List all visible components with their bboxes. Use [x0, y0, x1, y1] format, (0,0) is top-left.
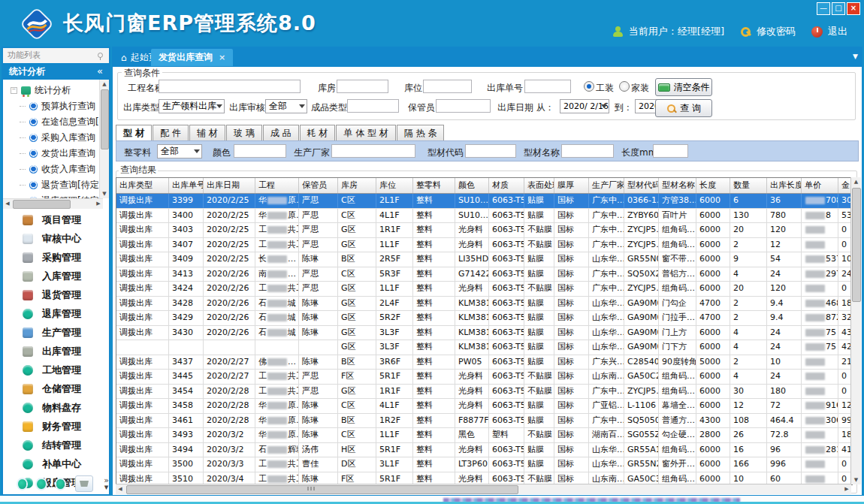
sidebar-item-工地管理[interactable]: 工地管理 [3, 361, 109, 379]
table-row[interactable]: 调拨出库34932020/3/2华原…陈琳C区1L1F整料黑色塑料不贴膜国标湖南… [116, 428, 852, 443]
column-header[interactable]: 生产厂家 [589, 178, 624, 193]
tree-item[interactable]: 退货查询[待定] [3, 177, 109, 193]
table-row[interactable]: 调拨出库34372020/2/27佛…陈琳B区3R6F整料PW056063-T5… [116, 355, 852, 370]
collapse-icon[interactable]: « [97, 63, 103, 80]
column-header[interactable]: 工程 [255, 178, 299, 193]
clear-conditions-button[interactable]: 清空条件 [655, 78, 712, 96]
column-header[interactable]: 颜色 [455, 178, 489, 193]
table-row[interactable]: 调拨出库34452020/2/27工共工程严思F区5R1F整料光身料6063-T… [116, 370, 852, 385]
tab-list-dropdown-icon[interactable]: ▼ [853, 53, 858, 60]
profile-code-input[interactable] [465, 144, 516, 158]
column-header[interactable]: 材质 [489, 178, 524, 193]
stat-section-header[interactable]: 统计分析 « [3, 63, 109, 80]
material-tab-4[interactable]: 玻 璃 [226, 125, 262, 140]
column-header[interactable]: 出库单号 [169, 178, 204, 193]
sidebar-item-入库管理[interactable]: 入库管理 [3, 267, 109, 285]
table-row[interactable]: 调拨出库35002020/3/3工共工程曹佳D区3L1F整料LT3P606063… [116, 457, 852, 472]
column-header[interactable]: 数量 [730, 178, 767, 193]
sidebar-item-补单中心[interactable]: 补单中心 [3, 454, 109, 473]
whole-piece-select[interactable]: 全部 [157, 144, 202, 158]
tree-expander-icon[interactable]: − [11, 87, 17, 94]
table-row[interactable]: 调拨出库34282020/2/26石城陈琳G区2L4F整料KLM38176063… [116, 297, 852, 312]
table-row[interactable]: G区3L3F整料KLM38176063-T5贴膜国标山东华…GA90M09…门下… [116, 340, 852, 355]
change-password-link[interactable]: 修改密码 [757, 25, 796, 38]
table-row[interactable]: 调拨出库34242020/2/26工共工程严思G区1L1F整料光身料6063-T… [116, 282, 852, 297]
sidebar-item-审核中心[interactable]: 审核中心 [3, 229, 109, 248]
tree-horizontal-scrollbar[interactable]: ◀ ▶ [3, 198, 103, 209]
table-row[interactable]: 调拨出库34612020/2/28华原…陈琳B区1R2F整料F8877FT606… [116, 414, 852, 429]
product-type-input[interactable] [347, 99, 399, 113]
close-button[interactable]: × [847, 2, 860, 15]
out-audit-select[interactable]: 全部 [265, 99, 307, 113]
column-header[interactable]: 单价 [802, 178, 838, 193]
sidebar-item-结转管理[interactable]: 结转管理 [3, 436, 109, 454]
tree-item[interactable]: 发货出库查询 [3, 146, 109, 161]
tree-item[interactable]: 预算执行查询 [3, 98, 109, 114]
profile-name-input[interactable] [561, 144, 614, 158]
scroll-down-icon[interactable]: ▼ [100, 189, 109, 198]
column-header[interactable]: 膜厚 [554, 178, 589, 193]
table-row[interactable]: 调拨出库34002020/2/25华原…严思C区4L1F整料SU10…6063-… [116, 209, 852, 224]
cart-group-button[interactable] [75, 475, 94, 492]
sidebar-item-退货管理[interactable]: 退货管理 [3, 285, 109, 304]
more-groups-button[interactable]: »▾ [104, 477, 109, 490]
table-row[interactable]: 调拨出库34302020/2/26石城陈琳G区3L3F整料KLM38176063… [116, 326, 852, 341]
table-row[interactable]: 调拨出库34132020/2/26南…严思C区5R3F整料G714226063-… [116, 267, 852, 282]
manufacturer-input[interactable] [331, 144, 415, 158]
column-header[interactable]: 库房 [338, 178, 376, 193]
table-row[interactable]: 调拨出库34292020/2/26石城陈琳G区5R2F整料KLM38176063… [116, 311, 852, 326]
out-type-select[interactable]: 生产领料出库 [159, 99, 225, 113]
column-header[interactable]: 出库类型 [116, 178, 169, 193]
scroll-down-icon[interactable]: ▼ [851, 475, 861, 484]
table-row[interactable]: 调拨出库34542020/2/28工共工程严思G区1R1F整料光身料6063-T… [116, 385, 852, 400]
pin-icon[interactable] [98, 53, 103, 58]
group-dot-icon[interactable] [37, 479, 45, 489]
sidebar-item-采购管理[interactable]: 采购管理 [3, 248, 109, 267]
sidebar-item-仓储管理[interactable]: 仓储管理 [3, 379, 109, 398]
material-tab-1[interactable]: 型 材 [116, 125, 152, 141]
search-button[interactable]: 查 询 [655, 99, 712, 117]
order-no-input[interactable] [524, 80, 571, 93]
length-input[interactable] [653, 144, 688, 158]
maximize-button[interactable]: □ [832, 2, 845, 15]
grid-horizontal-scrollbar[interactable]: ◀ ▶ [116, 484, 851, 494]
column-header[interactable]: 长度 [696, 178, 730, 193]
material-tab-2[interactable]: 配 件 [153, 125, 189, 140]
tree-item[interactable]: 收货入库查询 [3, 161, 109, 177]
logout-link[interactable]: 退出 [828, 25, 847, 38]
date-from-select[interactable]: 2020/ 2/16 [560, 99, 609, 113]
sidebar-item-生产管理[interactable]: 生产管理 [3, 323, 109, 342]
scroll-thumb[interactable] [852, 188, 861, 302]
table-row[interactable]: 调拨出库33992020/2/25华原…严思C区2L1F整料SU10…6063-… [116, 194, 852, 209]
scroll-right-icon[interactable]: ▶ [842, 484, 851, 494]
column-header[interactable]: 库位 [376, 178, 413, 193]
tree-item[interactable]: 在途信息查询[待 [3, 114, 109, 130]
scroll-right-icon[interactable]: ▶ [94, 199, 103, 209]
tab-close-icon[interactable]: × [219, 53, 225, 62]
table-row[interactable]: 调拨出库34032020/2/25工共工程严思G区1R1F整料光身料6063-T… [116, 223, 852, 238]
material-tab-3[interactable]: 辅 材 [189, 125, 225, 140]
material-tab-5[interactable]: 成 品 [263, 125, 299, 140]
minimize-button[interactable]: — [817, 2, 830, 15]
sidebar-item-物料盘存[interactable]: 物料盘存 [3, 398, 109, 417]
tree-vertical-scrollbar[interactable]: ▲ ▼ [99, 80, 109, 198]
group-dot-icon[interactable] [18, 479, 26, 489]
column-header[interactable]: 型材代码 [624, 178, 659, 193]
table-row[interactable]: 调拨出库34582020/2/28华原…陈琳C区4L1F整料光身料6063-T5… [116, 399, 852, 414]
tree-root[interactable]: − 统计分析 [3, 80, 109, 98]
table-row[interactable]: 调拨出库34092020/2/25长…陈琳B区2R5F整料LI35HD6063-… [116, 252, 852, 267]
sidebar-item-出库管理[interactable]: 出库管理 [3, 342, 109, 361]
warehouse-input[interactable] [337, 80, 388, 93]
material-tab-6[interactable]: 耗 材 [300, 125, 336, 140]
gongzhuang-radio[interactable] [584, 81, 594, 92]
jiazhuang-radio[interactable] [619, 81, 630, 92]
column-header[interactable]: 保管员 [299, 178, 338, 193]
project-name-input[interactable] [159, 80, 301, 93]
scroll-up-icon[interactable]: ▲ [851, 177, 861, 186]
column-header[interactable]: 出库长度 [767, 178, 802, 193]
material-tab-8[interactable]: 隔 热 条 [397, 125, 445, 140]
sidebar-item-财务管理[interactable]: 财务管理 [3, 417, 109, 436]
table-row[interactable]: 调拨出库34072020/2/25工共工程严思G区1L1F整料光身料6063-T… [116, 238, 852, 253]
sidebar-item-退库管理[interactable]: 退库管理 [3, 304, 109, 323]
column-header[interactable]: 型材名称 [659, 178, 696, 193]
